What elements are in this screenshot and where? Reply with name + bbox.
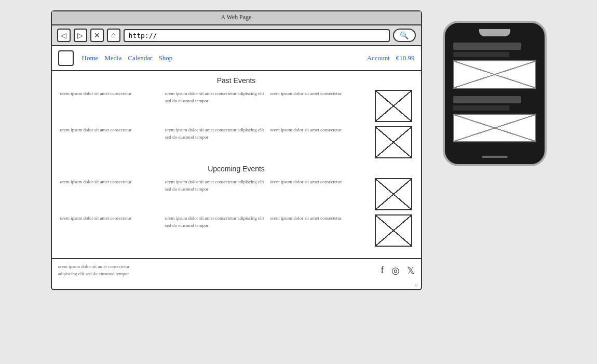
webpage-content: Past Events orem ipsum dolor sit amet co… [52, 71, 421, 258]
mobile-phone [443, 21, 547, 166]
phone-item-1 [453, 43, 536, 89]
search-button[interactable]: 🔍 [393, 29, 416, 42]
past-event-1-image [375, 90, 412, 122]
upcoming-event-2-col3: orem ipsum dolor sit amet consectetur [270, 214, 371, 222]
phone-image-2 [453, 114, 536, 142]
nav-links: Home Media Calendar Shop [82, 54, 359, 62]
phone-outer [443, 21, 547, 166]
browser-titlebar: A Web Page [52, 11, 421, 25]
phone-title-1 [453, 43, 521, 50]
back-button[interactable]: ◁ [57, 29, 71, 42]
upcoming-event-1-col3: orem ipsum dolor sit amet consectetur [270, 178, 371, 185]
close-button[interactable]: ✕ [90, 29, 104, 42]
instagram-icon[interactable]: ◎ [391, 265, 400, 276]
site-logo [58, 50, 74, 66]
browser-window: A Web Page ◁ ▷ ✕ ⌂ 🔍 Home Media Calendar… [51, 10, 422, 290]
nav-home[interactable]: Home [82, 54, 99, 62]
footer-text-line1: orem ipsum dolor sit amet consectetur [58, 263, 130, 271]
phone-screen [450, 41, 539, 152]
footer-text-line2: adipiscing elit sed do eiusmod tempor [58, 271, 130, 278]
forward-icon: ▷ [77, 31, 83, 40]
phone-notch [479, 29, 510, 36]
past-event-1-col1: orem ipsum dolor sit amet consectetur [60, 90, 161, 97]
phone-home-indicator [482, 156, 508, 158]
close-icon: ✕ [94, 31, 100, 40]
upcoming-event-1-col1: orem ipsum dolor sit amet consectetur [60, 178, 161, 185]
past-event-2-col1: orem ipsum dolor sit amet consectetur [60, 126, 161, 133]
past-event-1-col2: orem ipsum dolor sit amet consectetur ad… [165, 90, 266, 105]
webpage-footer: orem ipsum dolor sit amet consectetur ad… [52, 258, 421, 281]
footer-text: orem ipsum dolor sit amet consectetur ad… [58, 263, 130, 277]
phone-sub-2 [453, 105, 510, 111]
address-bar[interactable] [124, 29, 390, 42]
nav-calendar[interactable]: Calendar [128, 54, 153, 62]
upcoming-event-2-image [375, 214, 412, 247]
upcoming-event-1-image [375, 178, 412, 210]
footer-social: f ◎ 𝕏 [381, 265, 415, 276]
phone-item-2 [453, 96, 536, 142]
browser-title: A Web Page [221, 14, 252, 21]
upcoming-events-title: Upcoming Events [60, 165, 413, 173]
past-events-grid: orem ipsum dolor sit amet consectetur or… [60, 90, 413, 158]
forward-button[interactable]: ▷ [74, 29, 87, 42]
twitter-icon[interactable]: 𝕏 [407, 265, 415, 276]
watermark: // [52, 281, 421, 289]
past-event-1-col3: orem ipsum dolor sit amet consectetur [270, 90, 371, 97]
upcoming-event-2-col2: orem ipsum dolor sit amet consectetur ad… [165, 214, 266, 230]
phone-title-2 [453, 96, 521, 103]
facebook-icon[interactable]: f [381, 265, 384, 276]
nav-price[interactable]: €10.99 [396, 54, 415, 62]
search-icon: 🔍 [400, 31, 409, 40]
past-events-title: Past Events [60, 76, 413, 85]
home-icon: ⌂ [111, 31, 115, 39]
phone-sub-1 [453, 52, 510, 57]
upcoming-events-grid: orem ipsum dolor sit amet consectetur or… [60, 178, 413, 247]
nav-media[interactable]: Media [104, 54, 121, 62]
webpage-nav: Home Media Calendar Shop Account €10.99 [52, 46, 421, 71]
phone-image-1 [453, 60, 536, 89]
back-icon: ◁ [61, 31, 66, 40]
home-button[interactable]: ⌂ [107, 29, 120, 42]
nav-shop[interactable]: Shop [158, 54, 172, 62]
browser-toolbar: ◁ ▷ ✕ ⌂ 🔍 [52, 25, 421, 46]
upcoming-event-2-col1: orem ipsum dolor sit amet consectetur [60, 214, 161, 222]
nav-account[interactable]: Account [367, 54, 390, 62]
past-event-2-col3: orem ipsum dolor sit amet consectetur [270, 126, 371, 133]
nav-right: Account €10.99 [367, 54, 415, 62]
past-event-2-image [375, 126, 412, 158]
past-event-2-col2: orem ipsum dolor sit amet consectetur ad… [165, 126, 266, 141]
upcoming-event-1-col2: orem ipsum dolor sit amet consectetur ad… [165, 178, 266, 193]
